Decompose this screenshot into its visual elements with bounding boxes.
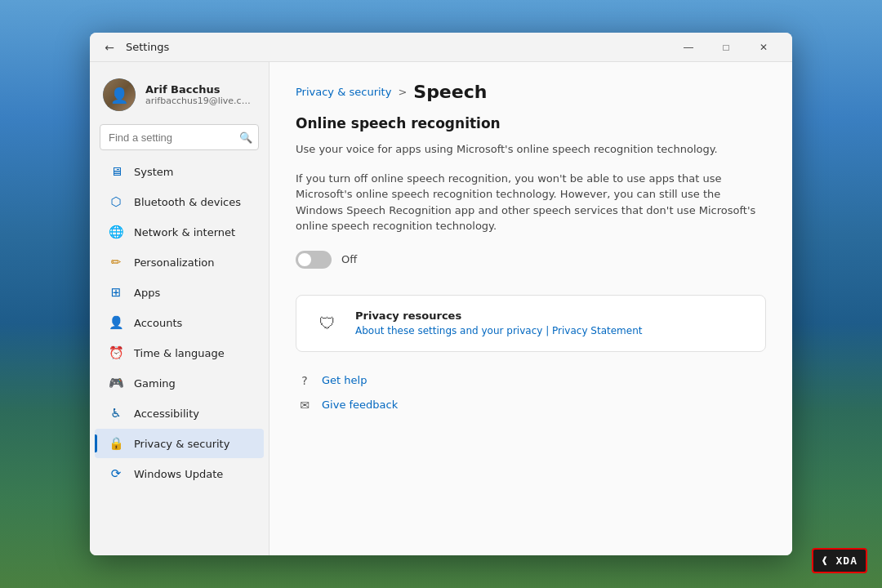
- help-links: ? Get help ✉ Give feedback: [296, 372, 766, 414]
- xda-badge: ❰ XDA: [812, 548, 867, 573]
- sidebar-item-privacy[interactable]: 🔒 Privacy & security: [95, 429, 264, 458]
- sidebar-label-personalization: Personalization: [134, 256, 215, 269]
- give-feedback-link[interactable]: ✉ Give feedback: [296, 396, 766, 414]
- privacy-card-links: About these settings and your privacy | …: [355, 325, 749, 336]
- sidebar-item-system[interactable]: 🖥 System: [95, 157, 264, 186]
- system-icon: 🖥: [108, 163, 124, 180]
- get-help-icon: ?: [296, 372, 314, 390]
- network-icon: 🌐: [108, 224, 124, 240]
- apps-icon: ⊞: [108, 284, 124, 301]
- breadcrumb: Privacy & security > Speech: [296, 82, 766, 102]
- sidebar-label-accounts: Accounts: [134, 317, 182, 329]
- sidebar-nav: 🖥 System ⬡ Bluetooth & devices 🌐 Network…: [90, 157, 269, 488]
- user-name: Arif Bacchus: [145, 83, 256, 96]
- gaming-icon: 🎮: [108, 375, 124, 391]
- privacy-icon: 🔒: [108, 435, 124, 452]
- sidebar-item-accessibility[interactable]: ♿ Accessibility: [95, 399, 264, 428]
- give-feedback-icon: ✉: [296, 396, 314, 414]
- privacy-card-content: Privacy resources About these settings a…: [355, 310, 749, 336]
- privacy-settings-link[interactable]: About these settings and your privacy: [355, 325, 542, 336]
- privacy-statement-link[interactable]: Privacy Statement: [552, 325, 642, 336]
- back-button[interactable]: ←: [100, 38, 119, 57]
- section-title: Online speech recognition: [296, 115, 766, 131]
- window-title: Settings: [126, 41, 670, 53]
- search-input[interactable]: [100, 124, 259, 150]
- give-feedback-label: Give feedback: [322, 399, 398, 411]
- privacy-card-icon: 🛡: [313, 309, 342, 338]
- search-icon: 🔍: [239, 131, 252, 144]
- breadcrumb-current: Speech: [413, 82, 487, 102]
- speech-recognition-toggle[interactable]: [296, 251, 332, 269]
- maximize-button[interactable]: □: [707, 33, 745, 62]
- title-bar: ← Settings — □ ✕: [90, 33, 792, 62]
- description-secondary: If you turn off online speech recognitio…: [296, 171, 766, 234]
- description-primary: Use your voice for apps using Microsoft'…: [296, 141, 766, 158]
- sidebar-item-update[interactable]: ⟳ Windows Update: [95, 459, 264, 488]
- avatar: 👤: [103, 78, 136, 111]
- privacy-link-separator: |: [546, 325, 549, 336]
- user-section[interactable]: 👤 Arif Bacchus arifbacchus19@live.com: [90, 72, 269, 124]
- breadcrumb-parent[interactable]: Privacy & security: [296, 86, 391, 98]
- sidebar-item-time[interactable]: ⏰ Time & language: [95, 338, 264, 368]
- minimize-button[interactable]: —: [670, 33, 707, 62]
- close-button[interactable]: ✕: [745, 33, 782, 62]
- toggle-thumb: [298, 253, 311, 266]
- sidebar-item-bluetooth[interactable]: ⬡ Bluetooth & devices: [95, 187, 264, 216]
- sidebar-item-apps[interactable]: ⊞ Apps: [95, 278, 264, 307]
- update-icon: ⟳: [108, 466, 124, 482]
- sidebar-item-gaming[interactable]: 🎮 Gaming: [95, 368, 264, 398]
- accessibility-icon: ♿: [108, 405, 124, 421]
- privacy-card-title: Privacy resources: [355, 310, 749, 322]
- sidebar-item-personalization[interactable]: ✏ Personalization: [95, 247, 264, 277]
- search-box: 🔍: [100, 124, 259, 150]
- toggle-label: Off: [341, 253, 357, 265]
- sidebar-item-accounts[interactable]: 👤 Accounts: [95, 308, 264, 337]
- get-help-link[interactable]: ? Get help: [296, 372, 766, 390]
- breadcrumb-separator: >: [398, 86, 407, 98]
- sidebar-label-gaming: Gaming: [134, 377, 176, 390]
- sidebar-label-apps: Apps: [134, 287, 160, 299]
- accounts-icon: 👤: [108, 314, 124, 331]
- sidebar-label-time: Time & language: [134, 347, 225, 359]
- user-info: Arif Bacchus arifbacchus19@live.com: [145, 83, 256, 106]
- content-area: Privacy & security > Speech Online speec…: [270, 62, 792, 555]
- window-controls: — □ ✕: [670, 33, 782, 62]
- sidebar-label-network: Network & internet: [134, 226, 235, 238]
- personalization-icon: ✏: [108, 254, 124, 270]
- main-area: 👤 Arif Bacchus arifbacchus19@live.com 🔍 …: [90, 62, 792, 555]
- time-icon: ⏰: [108, 345, 124, 361]
- toggle-row: Off: [296, 251, 766, 269]
- user-email: arifbacchus19@live.com: [145, 96, 256, 106]
- sidebar-item-network[interactable]: 🌐 Network & internet: [95, 217, 264, 247]
- settings-window: ← Settings — □ ✕ 👤 Arif Bacchus arifbacc…: [90, 33, 792, 555]
- sidebar-label-system: System: [134, 166, 173, 178]
- sidebar-label-bluetooth: Bluetooth & devices: [134, 196, 241, 208]
- sidebar: 👤 Arif Bacchus arifbacchus19@live.com 🔍 …: [90, 62, 270, 555]
- get-help-label: Get help: [322, 374, 367, 386]
- sidebar-label-update: Windows Update: [134, 468, 223, 480]
- bluetooth-icon: ⬡: [108, 194, 124, 210]
- sidebar-label-accessibility: Accessibility: [134, 408, 199, 420]
- privacy-resources-card: 🛡 Privacy resources About these settings…: [296, 295, 766, 352]
- sidebar-label-privacy: Privacy & security: [134, 438, 229, 450]
